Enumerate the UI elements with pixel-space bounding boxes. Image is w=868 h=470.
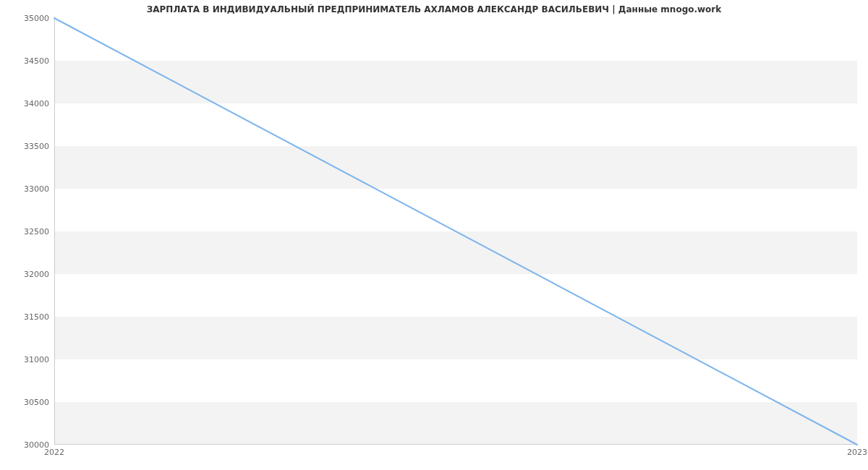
y-tick-label: 31500 [6, 312, 49, 322]
plot-area [54, 18, 857, 445]
x-tick-label: 2022 [44, 448, 64, 457]
series-line [54, 18, 857, 445]
y-tick-label: 33000 [6, 184, 49, 194]
y-tick-label: 32000 [6, 270, 49, 279]
salary-line-chart: ЗАРПЛАТА В ИНДИВИДУАЛЬНЫЙ ПРЕДПРИНИМАТЕЛ… [0, 0, 868, 470]
y-tick-label: 31000 [6, 355, 49, 364]
chart-title: ЗАРПЛАТА В ИНДИВИДУАЛЬНЫЙ ПРЕДПРИНИМАТЕЛ… [0, 4, 868, 14]
y-tick-label: 34500 [6, 56, 49, 66]
y-tick-label: 34000 [6, 99, 49, 108]
y-tick-label: 30500 [6, 398, 49, 407]
y-tick-label: 32500 [6, 227, 49, 236]
x-tick-label: 2023 [847, 448, 867, 457]
y-tick-label: 30000 [6, 440, 49, 450]
y-tick-label: 33500 [6, 142, 49, 151]
line-layer [54, 18, 857, 445]
y-tick-label: 35000 [6, 14, 49, 23]
